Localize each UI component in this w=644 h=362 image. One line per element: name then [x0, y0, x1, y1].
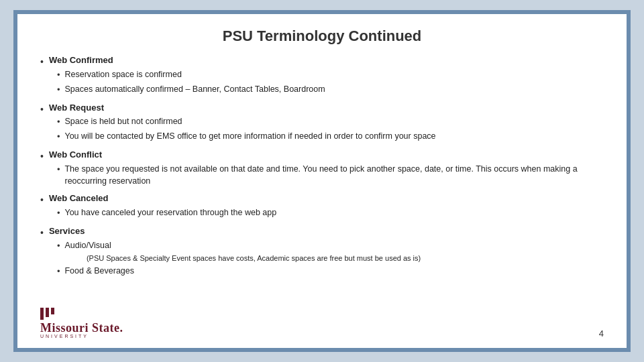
sub-bullet-dot: •: [57, 69, 60, 82]
sub-bullet: • You have canceled your reservation thr…: [57, 206, 604, 220]
bullet-content: Web Conflict • The space you requested i…: [49, 149, 604, 187]
bullet-label: Web Canceled: [49, 192, 604, 205]
logo-icon: [40, 308, 54, 320]
logo-text-main: Missouri State.: [40, 321, 123, 335]
sub-bullet: • The space you requested is not availab…: [57, 163, 604, 187]
logo-text-sub: University: [40, 334, 89, 339]
left-border: [13, 10, 17, 352]
bullet-label: Web Conflict: [49, 149, 604, 162]
audio-visual-note: (PSU Spaces & Specialty Event spaces hav…: [87, 253, 604, 264]
bullet-dot: •: [40, 226, 44, 239]
sub-bullet-text: The space you requested is not available…: [64, 163, 604, 187]
sub-bullet-dot: •: [57, 207, 60, 220]
bullet-content: Web Request • Space is held but not conf…: [49, 102, 604, 144]
bullet-services: • Services • Audio/Visual (PSU Spaces & …: [40, 225, 604, 278]
sub-bullet: • Reservation space is confirmed: [57, 68, 604, 82]
sub-bullet: • Space is held but not confirmed: [57, 115, 604, 129]
sub-bullet-text: You have canceled your reservation throu…: [64, 206, 276, 219]
sub-bullet: • You will be contacted by EMS office to…: [57, 130, 604, 143]
sub-bullet-text: Spaces automatically confirmed – Banner,…: [64, 83, 325, 95]
bullet-content: Web Canceled • You have canceled your re…: [49, 192, 604, 220]
bullet-web-request: • Web Request • Space is held but not co…: [40, 102, 604, 144]
bullet-dot: •: [40, 149, 44, 163]
slide-footer: Missouri State. University 4: [40, 308, 604, 339]
bullet-web-canceled: • Web Canceled • You have canceled your …: [40, 192, 604, 220]
sub-bullet: • Food & Beverages: [57, 265, 604, 278]
bullet-dot: •: [40, 103, 44, 116]
bottom-border: [13, 348, 631, 352]
sub-bullet-text: You will be contacted by EMS office to g…: [64, 130, 435, 142]
bullet-content: Services • Audio/Visual (PSU Spaces & Sp…: [49, 225, 604, 278]
bullet-dot: •: [40, 55, 44, 68]
right-border: [627, 10, 631, 352]
logo-bar-3: [51, 308, 54, 314]
sub-bullet-dot: •: [57, 131, 60, 143]
slide-content: • Web Confirmed • Reservation space is c…: [40, 54, 604, 305]
slide: PSU Terminology Continued • Web Confirme…: [13, 10, 631, 352]
sub-bullet: • Audio/Visual: [57, 239, 604, 253]
sub-bullet-dot: •: [57, 164, 60, 176]
sub-bullet-text: Audio/Visual: [64, 239, 111, 251]
bullet-dot: •: [40, 193, 44, 206]
sub-bullet-dot: •: [57, 240, 60, 253]
sub-bullet-dot: •: [57, 116, 60, 129]
bullet-web-conflict: • Web Conflict • The space you requested…: [40, 149, 604, 187]
bullet-web-confirmed: • Web Confirmed • Reservation space is c…: [40, 54, 604, 97]
logo-bar-1: [40, 308, 44, 320]
page-number: 4: [599, 328, 604, 339]
sub-bullet: • Spaces automatically confirmed – Banne…: [57, 83, 604, 97]
bullet-label: Web Request: [49, 102, 604, 115]
sub-bullet-text: Reservation space is confirmed: [64, 68, 181, 80]
sub-bullet-dot: •: [57, 84, 60, 97]
logo: Missouri State. University: [40, 308, 123, 339]
sub-bullet-text: Space is held but not confirmed: [64, 115, 182, 127]
bullet-content: Web Confirmed • Reservation space is con…: [49, 54, 604, 97]
bullet-label: Web Confirmed: [49, 54, 604, 67]
bullet-label: Services: [49, 225, 604, 238]
slide-title: PSU Terminology Continued: [40, 27, 604, 45]
sub-bullet-dot: •: [57, 265, 60, 278]
sub-bullet-text: Food & Beverages: [64, 265, 134, 277]
top-border: [13, 10, 631, 14]
logo-bar-2: [46, 308, 49, 317]
